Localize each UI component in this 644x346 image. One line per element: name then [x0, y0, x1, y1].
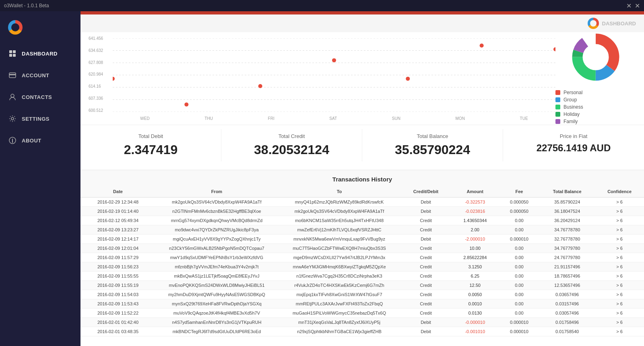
grid-icon — [8, 49, 17, 58]
cell-7: > 6 — [595, 207, 644, 216]
sidebar-item-settings[interactable]: SETTINGS — [0, 108, 80, 130]
person-icon — [8, 93, 17, 101]
sidebar: DASHBOARD ACCOUNT CONTACTS — [0, 11, 80, 346]
table-row: 2016-02-09 12:14:17mgiQcuAxEH1yVV8X9gYYP… — [80, 235, 644, 244]
stat-value-fiat: 22756.1419 AUD — [537, 142, 611, 154]
cell-7: > 6 — [595, 309, 644, 318]
cell-0: 2016-02-01 03:48:35 — [80, 327, 155, 336]
cell-2: mk2goUkQs3SV64cVDbdy8XxpW4FA9A1aTf — [278, 207, 401, 216]
cell-5: 0.00 — [499, 225, 539, 235]
cell-3: Credit — [400, 262, 451, 272]
legend-label-family: Family — [564, 119, 578, 124]
legend-label-group: Group — [564, 97, 577, 103]
sidebar-item-dashboard[interactable]: DASHBOARD — [0, 43, 80, 64]
table-row: 2016-02-09 11:52:22muVoV9cQAqzoeJtK4fHkq… — [80, 309, 644, 318]
x-label-fri: FRI — [268, 116, 275, 121]
logo — [0, 15, 80, 43]
window-controls[interactable]: ✕ ✕ — [626, 2, 640, 10]
cell-6: 0.01758496 — [539, 318, 595, 327]
svg-rect-0 — [9, 50, 12, 53]
cell-1: muVoV9cQAqzoeJtK4fHkqf4MBE3vXd5h7V — [155, 309, 278, 318]
legend-dot-holiday — [555, 112, 560, 117]
sidebar-item-about[interactable]: ABOUT — [0, 130, 80, 151]
cell-2: muGaoH1SPiLVoWWGmycC35nebazDq5Tx6Q — [278, 309, 401, 318]
cell-1: mgiQcuAxEH1yVV8X9gYYPxZogQXhnjc1Ty — [155, 235, 278, 244]
svg-point-17 — [113, 77, 115, 81]
stat-total-debit: Total Debit 2.347419 — [80, 129, 221, 161]
cell-5: 0.00 — [499, 281, 539, 290]
cell-0: 2016-02-19 01:14:40 — [80, 207, 155, 216]
sidebar-label-contacts: CONTACTS — [22, 94, 52, 100]
cell-3: Credit — [400, 290, 451, 299]
cell-5: 0.000010 — [499, 235, 539, 244]
legend-list: Personal Group Business Holiday — [555, 90, 636, 126]
cell-0: 2016-02-09 11:53:43 — [80, 299, 155, 309]
cell-2: n1fGnezWva7Cgq2H35Cr8DCziNrpha3eK3 — [278, 272, 401, 281]
cell-1: mfznbBjh7gVVmJEfm74eKbua3Y4v2mjk7t — [155, 262, 278, 272]
cell-7: > 6 — [595, 262, 644, 272]
col-to: To — [278, 186, 401, 198]
close-icon[interactable]: ✕ — [635, 2, 640, 10]
cell-0: 2016-02-09 11:54:03 — [80, 290, 155, 299]
cell-1: mrnGg574xymDXgdkqnQhwyVMcBQd8drmZd — [155, 216, 278, 225]
cell-3: Debit — [400, 235, 451, 244]
cell-4: -0.023816 — [451, 207, 499, 216]
svg-point-7 — [11, 117, 14, 120]
cell-6: 34.76778780 — [539, 225, 595, 235]
cell-5: 0.000050 — [499, 207, 539, 216]
cell-6: 0.01758540 — [539, 327, 595, 336]
top-accent-bar — [80, 11, 644, 14]
donut-chart — [570, 31, 622, 83]
cell-4: 2.85622284 — [451, 253, 499, 262]
stat-label-debit: Total Debit — [138, 133, 163, 139]
sidebar-item-account[interactable]: ACCOUNT — [0, 64, 80, 86]
stat-price-fiat: Price in Fiat 22756.1419 AUD — [503, 129, 644, 161]
y-label-6: 607.336 — [89, 96, 113, 101]
cell-4: 6.25 — [451, 272, 499, 281]
svg-point-6 — [11, 94, 14, 97]
x-label-mon: MON — [456, 116, 465, 121]
cell-5: 0.000010 — [499, 318, 539, 327]
stat-value-debit: 2.347419 — [124, 142, 178, 157]
cell-2: mxjEpq1kxTlFvh8XwGniS1WrXW47tGsuF7 — [278, 290, 401, 299]
sidebar-label-account: ACCOUNT — [22, 72, 50, 78]
chart-x-axis: WED THU FRI SAT SUN MON TUE — [113, 116, 555, 121]
svg-point-29 — [584, 45, 607, 68]
cell-7: > 6 — [595, 253, 644, 262]
cell-7: > 6 — [595, 327, 644, 336]
cell-2: mo6bKNCM1SaW35rrEh5utqJH4TxHFtU348 — [278, 216, 401, 225]
stat-total-credit: Total Credit 38.20532124 — [221, 129, 362, 161]
credit-card-icon — [8, 71, 17, 80]
table-row: 2016-02-12 05:49:34mrnGg574xymDXgdkqnQhw… — [80, 216, 644, 225]
y-label-1: 641.456 — [89, 36, 113, 41]
legend-dot-group — [555, 97, 560, 102]
cell-4: -2.000010 — [451, 235, 499, 244]
legend-label-personal: Personal — [564, 90, 582, 95]
col-date: Date — [80, 186, 155, 198]
cell-2: mgeD9mzWCsDXLlI27Yw947rtJB2LPJYMm3x — [278, 253, 401, 262]
cell-6: 24.76779780 — [539, 253, 595, 262]
line-chart: 641.456 634.632 627.808 620.984 614.16 6… — [89, 36, 555, 121]
col-credit-debit: Credit/Debit — [400, 186, 451, 198]
svg-point-18 — [184, 103, 188, 107]
cell-6: 0.03057496 — [539, 309, 595, 318]
minimize-icon[interactable]: ✕ — [626, 2, 632, 10]
cell-5: 0.00 — [499, 262, 539, 272]
cell-5: 0.00 — [499, 253, 539, 262]
cell-4: 10.00 — [451, 244, 499, 253]
cell-3: Credit — [400, 309, 451, 318]
cell-5: 0.000050 — [499, 198, 539, 207]
cell-5: 0.00 — [499, 299, 539, 309]
sidebar-item-contacts[interactable]: CONTACTS — [0, 86, 80, 108]
y-label-4: 620.984 — [89, 72, 113, 76]
cell-0: 2016-02-29 12:34:48 — [80, 198, 155, 207]
logo-icon — [8, 20, 23, 35]
cell-2: mrwA6eYMJiGMHmqK6BXwyiZTgkqM5ZQpXe — [278, 262, 401, 272]
cell-2: mnT31jXeqGsVaLJq8TAn8ZyxfJ6iXUyP5j — [278, 318, 401, 327]
cell-3: Credit — [400, 253, 451, 262]
cell-3: Credit — [400, 216, 451, 225]
transactions-table: Date From To Credit/Debit Amount Fee Tot… — [80, 186, 644, 336]
svg-rect-5 — [9, 74, 16, 75]
cell-5: 0.00 — [499, 272, 539, 281]
y-label-2: 634.632 — [89, 48, 113, 53]
